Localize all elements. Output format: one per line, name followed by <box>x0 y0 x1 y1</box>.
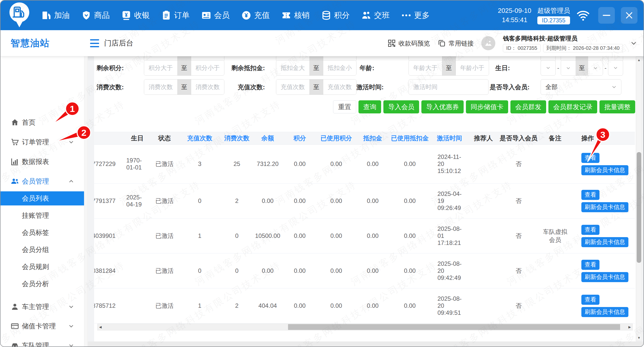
sidebar-item-owner-mgmt[interactable]: 车主管理 <box>1 300 84 314</box>
cell-used-points: 0.00 <box>317 288 356 323</box>
column-header-consume-count[interactable]: 消费次数 <box>221 132 253 145</box>
sidebar-item-data-report[interactable]: 数据报表 <box>1 155 84 169</box>
consume-min-input[interactable] <box>144 79 177 95</box>
table-header-row: 生日状态充值次数消费次数余额积分已使用积分抵扣金已使用抵扣金激活时间推荐人是否导… <box>94 132 635 145</box>
column-header-activated-at[interactable]: 激活时间 <box>430 132 469 145</box>
column-header-used-deduction[interactable]: 已使用抵扣金 <box>390 132 430 145</box>
view-button[interactable]: 查看 <box>581 153 599 163</box>
horizontal-scroll-thumb[interactable] <box>288 324 620 330</box>
sidebar: 首页订单管理数据报表会员管理会员列表挂账管理会员标签会员分组会员规则会员分析车主… <box>1 56 88 346</box>
sidebar-item-home[interactable]: 首页 <box>1 115 84 129</box>
sync-stored-cards-button[interactable]: 同步储值卡 <box>466 100 508 113</box>
cashier-icon <box>121 10 131 20</box>
birthday-to-month-select[interactable] <box>588 60 603 76</box>
cell-activated-at: 2025-08-20 09:49:51 <box>430 288 469 323</box>
consume-count-label: 消费次数: <box>94 79 124 95</box>
fuel-icon <box>41 10 51 20</box>
cell-remark <box>539 288 571 323</box>
reset-button[interactable]: 重置 <box>333 100 356 113</box>
menu-toggle-button[interactable] <box>90 39 99 47</box>
sidebar-item-order-mgmt[interactable]: 订单管理 <box>1 135 84 149</box>
import-coupons-button[interactable]: 导入优惠券 <box>421 100 464 113</box>
account-expire: 到期时间： 2026-02-28 07:34:40 <box>543 44 623 52</box>
cell-actions: 查看刷新会员卡信息 <box>571 145 635 184</box>
recharge-min-input[interactable] <box>276 79 309 95</box>
account-menu[interactable]: 钱客多网络科技-超级管理员 ID： 0027355 到期时间： 2026-02-… <box>503 34 623 52</box>
common-links-button[interactable]: 常用链接 <box>437 39 474 48</box>
birthday-from-month-select[interactable] <box>541 60 556 76</box>
batch-adjust-button[interactable]: 批量调整 <box>599 100 635 113</box>
sidebar-subitem-credit-mgmt[interactable]: 挂账管理 <box>1 208 84 223</box>
close-button[interactable] <box>621 7 637 24</box>
chevron-down-icon[interactable] <box>630 40 637 47</box>
points-min-input[interactable] <box>144 60 177 75</box>
view-button[interactable]: 查看 <box>581 225 599 235</box>
topnav-item-more[interactable]: 更多 <box>401 10 430 21</box>
column-header-recharge-count[interactable]: 充值次数 <box>178 132 221 145</box>
scroll-right-arrow[interactable]: ▶ <box>627 325 632 329</box>
sidebar-subitem-member-list[interactable]: 会员列表 <box>1 191 84 205</box>
birthday-from-day-select[interactable] <box>561 60 576 76</box>
refresh-card-button[interactable]: 刷新会员卡信息 <box>581 307 628 317</box>
recharge-count-label: 充值次数: <box>199 79 265 95</box>
search-button[interactable]: 查询 <box>358 100 381 113</box>
column-header-balance[interactable]: 余额 <box>253 132 283 145</box>
view-button[interactable]: 查看 <box>581 295 599 305</box>
cell-birthday: 1970-01-01 <box>124 145 151 184</box>
main-content: - - 剩余积分: 至 剩余抵扣金: 至 年龄: <box>88 56 643 341</box>
topnav-item-goods[interactable]: 商品 <box>81 10 110 21</box>
age-min-input[interactable] <box>409 60 442 75</box>
scroll-down-arrow[interactable]: ▼ <box>636 336 642 340</box>
chevron-down-icon <box>68 139 74 145</box>
topnav-item-recharge[interactable]: 充值 <box>241 10 270 21</box>
topnav-item-member[interactable]: 会员 <box>201 10 230 21</box>
column-header-used-points[interactable]: 已使用积分 <box>317 132 356 145</box>
payment-code-preview-button[interactable]: 收款码预览 <box>387 39 430 48</box>
vertical-scroll-thumb[interactable] <box>637 152 641 263</box>
scroll-up-arrow[interactable]: ▲ <box>636 58 642 62</box>
deduction-min-input[interactable] <box>276 60 309 75</box>
sidebar-subitem-member-group[interactable]: 会员分组 <box>1 243 84 257</box>
view-button[interactable]: 查看 <box>581 260 599 270</box>
table-horizontal-scrollbar[interactable]: ◀ ▶ <box>97 324 633 330</box>
refresh-card-button[interactable]: 刷新会员卡信息 <box>581 165 628 175</box>
sidebar-subitem-member-analysis[interactable]: 会员分析 <box>1 277 84 291</box>
column-header-points[interactable]: 积分 <box>283 132 317 145</box>
topnav-item-verify[interactable]: 核销 <box>281 10 310 21</box>
cell-points: 0.00 <box>283 145 317 184</box>
birthday-to-day-select[interactable] <box>608 60 623 76</box>
sidebar-item-stored-card-mgmt[interactable]: 储值卡管理 <box>1 319 84 333</box>
page-vertical-scrollbar[interactable]: ▲ ▼ <box>636 57 642 341</box>
range-to-label: 至 <box>177 60 191 75</box>
refresh-card-button[interactable]: 刷新会员卡信息 <box>581 202 628 212</box>
import-members-button[interactable]: 导入会员 <box>383 100 419 113</box>
imported-filter-label: 是否导入会员: <box>464 79 530 95</box>
role-label: 超级管理员 <box>537 6 570 15</box>
imported-filter-select[interactable]: 全部 <box>541 79 621 95</box>
avatar[interactable] <box>481 36 495 50</box>
scroll-left-arrow[interactable]: ◀ <box>98 325 103 329</box>
sidebar-item-member-mgmt[interactable]: 会员管理 <box>1 174 84 188</box>
home-icon <box>11 118 19 127</box>
member-broadcast-log-button[interactable]: 会员群发记录 <box>548 100 597 113</box>
sidebar-subitem-member-tag[interactable]: 会员标签 <box>1 226 84 240</box>
view-button[interactable]: 查看 <box>581 190 599 200</box>
column-header-imported: 是否导入会员 <box>498 132 539 145</box>
refresh-card-button[interactable]: 刷新会员卡信息 <box>581 237 628 247</box>
sidebar-item-fleet-mgmt[interactable]: 车队管理 <box>1 338 84 347</box>
topnav-item-order[interactable]: 订单 <box>161 10 190 21</box>
topnav-item-shift[interactable]: 交班 <box>361 10 390 21</box>
topnav-item-fuel[interactable]: 加油 <box>41 10 70 21</box>
cell-remark <box>539 184 571 219</box>
cell-used-deduction: 0.00 <box>390 145 430 184</box>
topnav-item-cashier[interactable]: 收银 <box>121 10 150 21</box>
cell-phone: 0381284 <box>94 253 124 288</box>
member-broadcast-button[interactable]: 会员群发 <box>510 100 546 113</box>
minimize-icon <box>603 15 610 16</box>
cell-referrer <box>469 184 498 219</box>
refresh-card-button[interactable]: 刷新会员卡信息 <box>581 272 628 282</box>
minimize-button[interactable] <box>598 7 615 24</box>
column-header-deduction[interactable]: 抵扣金 <box>356 132 390 145</box>
sidebar-subitem-member-rule[interactable]: 会员规则 <box>1 260 84 274</box>
topnav-item-points[interactable]: 积分 <box>321 10 350 21</box>
